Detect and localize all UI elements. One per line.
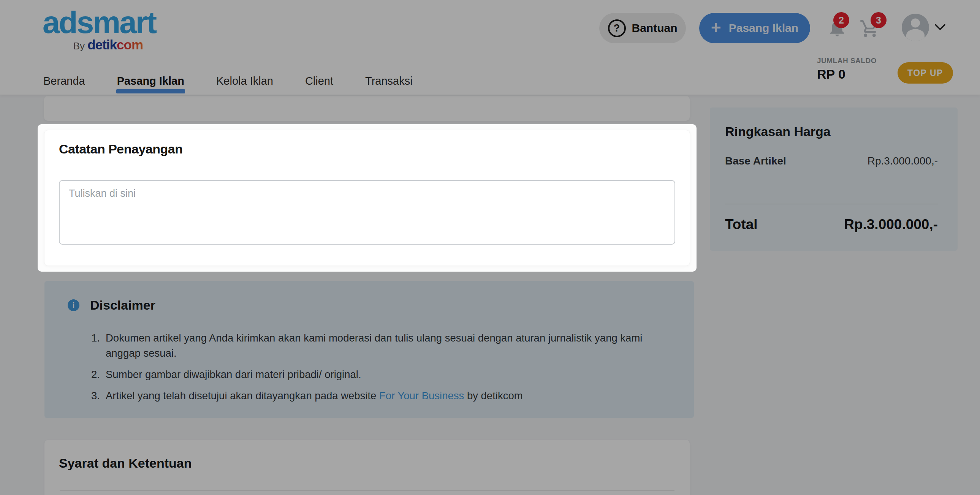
notes-textarea[interactable] [59,180,675,245]
notes-card-title: Catatan Penayangan [59,142,182,156]
notes-card: Catatan Penayangan [44,130,690,266]
spotlight-stage: Catatan Penayangan [38,124,697,272]
